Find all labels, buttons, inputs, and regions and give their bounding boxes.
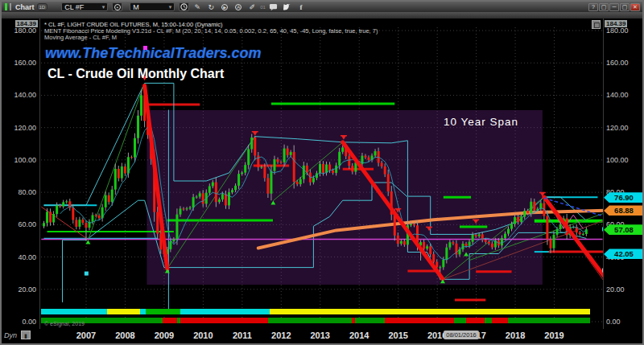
year-label: 2019	[541, 331, 568, 340]
restore-button[interactable]: ▢	[599, 3, 609, 11]
year-label: 2015	[385, 331, 412, 340]
price-tick: 40.00	[18, 253, 36, 261]
cursor-date-tag: 08/01/2016	[444, 331, 479, 339]
time-axis: Dyn ▮ 08/01/2016 20072008200920102011201…	[2, 329, 642, 343]
price-tick: 100.00	[14, 156, 36, 164]
year-label: 2009	[151, 331, 178, 340]
redo-icon[interactable]: ↻	[205, 2, 217, 11]
price-flag: 57.08	[604, 224, 644, 235]
price-flag: 42.05	[604, 248, 644, 259]
price-flag: 68.88	[604, 205, 644, 216]
price-tick: 120.00	[606, 124, 629, 132]
chart-body: 184.39 0.0020.0040.0060.0080.00100.00120…	[2, 18, 642, 329]
year-label: 2007	[72, 331, 100, 340]
price-tick: 80.00	[18, 188, 36, 196]
year-label: 2012	[267, 331, 295, 340]
interval-value: M	[133, 3, 139, 11]
chart-title: CL - Crude Oil Monthly Chart	[47, 67, 224, 81]
price-tick: 60.00	[18, 220, 36, 228]
year-label: 2011	[229, 331, 256, 340]
divider	[10, 3, 11, 10]
price-tick: 120.00	[14, 124, 36, 132]
price-tick: 20.00	[606, 285, 625, 294]
layout-badge: 1D	[37, 3, 48, 10]
minimize-button[interactable]: ─	[609, 3, 619, 11]
price-axis-left: 184.39 0.0020.0040.0060.0080.00100.00120…	[2, 18, 40, 329]
symbol-input[interactable]: CL #F ▾	[61, 2, 108, 11]
title-bar: Chart 1D CL #F ▾ • M ▾ ✎ ↻ ▶ A ✐ 01 f ?▢…	[2, 2, 642, 12]
signal-ribbons	[41, 309, 590, 323]
price-tick: 100.00	[606, 156, 629, 164]
chevron-down-icon: ▾	[166, 3, 172, 11]
price-tick: 180.00	[606, 27, 629, 35]
status-led	[5, 3, 7, 10]
chart-canvas[interactable]	[41, 19, 603, 328]
dyn-label: Dyn	[4, 331, 17, 339]
marker-icon[interactable]: ✐	[246, 2, 258, 11]
year-label: 2014	[345, 331, 373, 340]
year-label: 2013	[307, 331, 334, 340]
price-tick: 180.00	[14, 27, 36, 35]
help-button[interactable]: ?	[588, 3, 598, 11]
plot-corner-icon[interactable]	[592, 20, 601, 29]
price-tick: 160.00	[606, 59, 629, 67]
year-label: 2018	[502, 331, 529, 340]
chart-window: Chart 1D CL #F ▾ • M ▾ ✎ ↻ ▶ A ✐ 01 f ?▢…	[0, 0, 644, 345]
symbol-search-icon[interactable]: •	[112, 2, 122, 11]
close-button[interactable]: ✕	[630, 3, 640, 11]
plot-area: * CL #F, LIGHT CRUDE OIL FUTURES, M, 15:…	[41, 18, 603, 329]
play-icon[interactable]: ▶	[219, 2, 230, 11]
maximize-button[interactable]: ▢	[620, 3, 630, 11]
price-tick: 20.00	[18, 285, 36, 294]
pencil-icon[interactable]: ✎	[192, 2, 203, 11]
year-label: 2008	[111, 331, 138, 340]
chat-icon[interactable]	[268, 2, 279, 11]
annotation-a-icon[interactable]: A	[233, 2, 244, 11]
watermark-dot	[143, 46, 147, 50]
watermark: www.TheTechnicalTraders.com	[45, 45, 261, 62]
price-tick: 0.00	[22, 318, 36, 326]
dyn-icon[interactable]: ▮	[21, 331, 31, 339]
price-tick: 140.00	[14, 91, 36, 99]
copyright: © eSignal, 2019	[44, 321, 85, 327]
ma-header: Moving Average - CL #F, M	[44, 34, 117, 41]
frame-strip	[2, 12, 642, 18]
chevron-down-icon: ▾	[99, 3, 105, 11]
price-tick: 0.00	[606, 318, 621, 326]
price-flag: 76.90	[604, 192, 644, 203]
window-controls: ?▢─▢✕	[588, 3, 640, 11]
clock-icon[interactable]	[179, 2, 189, 11]
year-label: 2010	[189, 331, 217, 340]
price-axis-right: 184.39 0.0020.0040.0060.0080.00100.00120…	[603, 18, 642, 329]
interval-input[interactable]: M ▾	[130, 2, 175, 11]
twitter-icon[interactable]	[282, 2, 293, 11]
price-tick: 140.00	[606, 91, 629, 99]
price-tick: 160.00	[14, 59, 36, 67]
span-annotation: 10 Year Span	[444, 116, 518, 128]
mini-label: 01	[260, 5, 266, 10]
facebook-icon[interactable]: f	[295, 2, 307, 11]
window-title: Chart	[15, 3, 35, 11]
symbol-value: CL #F	[64, 3, 84, 11]
